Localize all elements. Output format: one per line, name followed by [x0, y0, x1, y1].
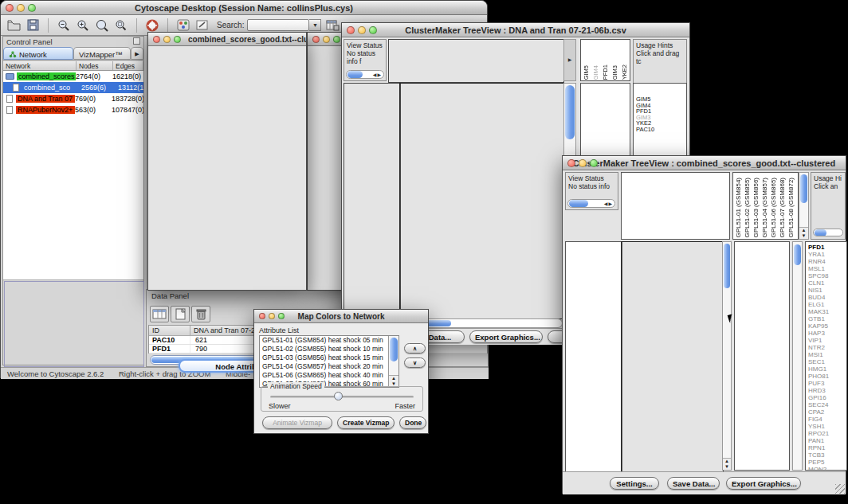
tv1-column-dendrogram[interactable]: [388, 39, 564, 83]
col-id[interactable]: ID: [149, 326, 190, 335]
animate-vizmap-button[interactable]: Animate Vizmap: [262, 416, 332, 429]
gene-label[interactable]: HRD3: [808, 387, 846, 394]
zoom-button[interactable]: [369, 26, 377, 34]
birdseye-view[interactable]: [4, 281, 144, 367]
scroll-arrows[interactable]: ◀▶: [604, 200, 614, 208]
scroll-thumb[interactable]: [565, 85, 575, 139]
annotation-button[interactable]: [194, 18, 210, 33]
scroll-thumb[interactable]: [800, 174, 807, 203]
zoom-selected-button[interactable]: [113, 18, 129, 33]
gene-label[interactable]: MAK31: [808, 308, 846, 315]
col-edges[interactable]: Edges: [113, 61, 143, 70]
col-nodes[interactable]: Nodes: [77, 61, 113, 70]
move-up-button[interactable]: ∧: [404, 343, 426, 354]
gene-label[interactable]: PHO81: [808, 373, 846, 380]
new-attribute-button[interactable]: [171, 306, 190, 322]
gene-label[interactable]: SEC24: [808, 401, 846, 408]
zoom-out-button[interactable]: [56, 18, 72, 33]
minimize-button[interactable]: [163, 36, 171, 43]
gene-label[interactable]: ELG1: [808, 301, 846, 308]
float-panel-icon[interactable]: [133, 37, 140, 45]
close-button[interactable]: [6, 4, 14, 12]
gene-label[interactable]: KAP95: [808, 322, 846, 330]
dialog-titlebar[interactable]: Map Colors to Network: [254, 310, 428, 323]
col-network[interactable]: Network: [3, 61, 77, 70]
zoom-button[interactable]: [174, 36, 181, 43]
gene-label[interactable]: CLN1: [808, 279, 846, 287]
delete-attribute-button[interactable]: [191, 306, 210, 322]
attribute-item[interactable]: GPL51-01 (GSM854) heat shock 05 min: [260, 336, 398, 345]
gene-label[interactable]: RPN1: [808, 444, 846, 451]
scroll-thumb[interactable]: [347, 71, 363, 78]
main-titlebar[interactable]: Cytoscape Desktop (Session Name: collins…: [1, 1, 487, 15]
gene-label[interactable]: PEP5: [808, 459, 846, 466]
table-mode-button[interactable]: [150, 306, 169, 322]
save-session-button[interactable]: [26, 18, 41, 33]
tv1-heatmap[interactable]: [399, 83, 564, 319]
help-button[interactable]: [144, 18, 160, 33]
attribute-item[interactable]: GPL51-06 (GSM865) heat shock 40 min: [260, 371, 398, 380]
gene-label[interactable]: CPA2: [808, 408, 846, 416]
attribute-item[interactable]: GPL51-03 (GSM856) heat shock 15 min: [260, 354, 398, 362]
speed-slider-thumb[interactable]: [334, 392, 343, 400]
gene-label[interactable]: PUF3: [808, 380, 846, 387]
minimize-button[interactable]: [17, 4, 25, 12]
tv2-heatmap[interactable]: [621, 241, 724, 472]
gene-label[interactable]: BUD4: [808, 294, 846, 301]
tv2-col-labels-scrollbar[interactable]: ▲▼: [799, 172, 809, 240]
scroll-thumb[interactable]: [815, 229, 826, 236]
tv2-status-scrollbar[interactable]: ◀▶: [567, 199, 615, 208]
network-list-row[interactable]: combined_sco2569(6)13112(15): [3, 82, 143, 93]
gene-label[interactable]: MON2: [808, 466, 846, 471]
gene-label[interactable]: NIS1: [808, 287, 846, 294]
tv2-save-data-button[interactable]: Save Data...: [667, 477, 720, 490]
network1-titlebar[interactable]: combined_scores_good.txt--cluste...: [148, 33, 306, 46]
attribute-item[interactable]: GPL51-02 (GSM855) heat shock 10 min: [260, 345, 398, 354]
attribute-item[interactable]: GPL51-04 (GSM857) heat shock 20 min: [260, 362, 398, 371]
tab-network[interactable]: Network: [3, 47, 73, 60]
tv2-column-tree-area[interactable]: [621, 172, 730, 240]
tab-vizmapper[interactable]: VizMapper™: [73, 47, 131, 60]
tv2-settings-button[interactable]: Settings...: [610, 477, 659, 490]
gene-label[interactable]: HMG1: [808, 365, 846, 373]
scroll-arrows[interactable]: ◀▶: [373, 71, 383, 79]
attribute-list[interactable]: GPL51-01 (GSM854) heat shock 05 minGPL51…: [259, 335, 399, 388]
tv2-heatmap-scrollbar[interactable]: ▲▼: [722, 241, 732, 471]
tv2-export-graphics-button[interactable]: Export Graphics...: [726, 477, 801, 490]
scroll-thumb[interactable]: [724, 244, 730, 288]
gene-label[interactable]: PAN1: [808, 437, 846, 444]
gene-label[interactable]: MSI1: [808, 351, 846, 358]
gene-label[interactable]: SEC1: [808, 358, 846, 365]
network-list-row[interactable]: combined_scores2764(0)16218(0): [3, 71, 143, 82]
close-button[interactable]: [312, 36, 320, 43]
tv1-row-dendrogram[interactable]: [344, 83, 401, 319]
minimize-button[interactable]: [323, 36, 330, 43]
vizmapper-button[interactable]: [175, 18, 191, 33]
minimize-button[interactable]: [358, 26, 366, 34]
open-session-button[interactable]: [6, 18, 22, 33]
tv1-col-scroll-strip[interactable]: ▶: [563, 39, 576, 81]
done-button[interactable]: Done: [399, 416, 426, 429]
scroll-arrows[interactable]: ▲▼: [723, 458, 731, 470]
gene-label[interactable]: SPC98: [808, 272, 846, 279]
close-button[interactable]: [153, 36, 160, 43]
import-table-button[interactable]: [324, 18, 341, 33]
gene-label[interactable]: YRA1: [808, 251, 846, 258]
network-list-row[interactable]: RNAPuberNov2+563(0)107847(0): [3, 104, 143, 115]
tv2-hints-scrollbar[interactable]: [813, 229, 843, 236]
minimize-button[interactable]: [269, 313, 275, 319]
zoom-button[interactable]: [28, 4, 36, 12]
move-down-button[interactable]: ∨: [404, 357, 426, 368]
gene-label[interactable]: FIG4: [808, 416, 846, 423]
scroll-thumb[interactable]: [569, 200, 588, 207]
tv1-export-graphics-button[interactable]: Export Graphics...: [469, 330, 543, 343]
treeview1-titlebar[interactable]: ClusterMaker TreeView : DNA and Tran 07-…: [342, 23, 689, 37]
scroll-arrows[interactable]: ▲▼: [799, 227, 808, 239]
scroll-arrows[interactable]: ▲▼: [389, 375, 398, 387]
gene-label[interactable]: GPI16: [808, 394, 846, 401]
tv2-zoom-scrollbar[interactable]: [792, 241, 803, 471]
tv1-status-scrollbar[interactable]: ◀▶: [346, 70, 384, 79]
zoom-fit-button[interactable]: [94, 18, 110, 33]
minimize-button[interactable]: [579, 159, 587, 167]
create-vizmap-button[interactable]: Create Vizmap: [337, 416, 395, 429]
